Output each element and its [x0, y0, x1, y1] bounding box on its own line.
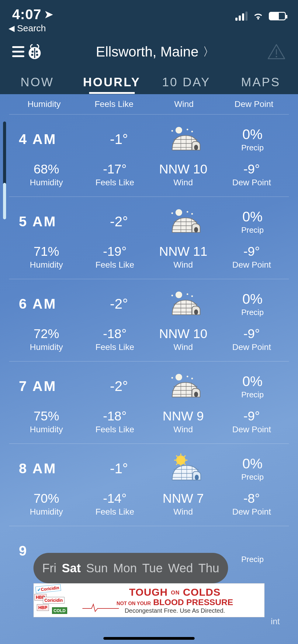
hour-humidity: 71%Humidity [12, 244, 81, 270]
home-indicator[interactable] [103, 637, 195, 640]
hour-time: 4 AM [12, 131, 86, 147]
hour-time: 5 AM [12, 213, 86, 230]
hour-dew-point: -9°Dew Point [217, 327, 286, 352]
view-tabs: NOW HOURLY 10 DAY MAPS [0, 70, 298, 94]
hour-dew-point: -9°Dew Point [217, 244, 286, 270]
hour-humidity: 72%Humidity [12, 327, 81, 352]
hour-wind: NNW 11Wind [149, 244, 217, 270]
tab-hourly[interactable]: HOURLY [74, 75, 149, 89]
hour-time: 6 AM [12, 296, 86, 312]
day-tue[interactable]: Tue [142, 561, 163, 575]
ad-product-image: ✔Coricidin HBP Coricidin HBP COLD [34, 584, 85, 617]
hour-feels-like: -17°Feels Like [81, 162, 149, 187]
hour-dew-point: -9°Dew Point [217, 162, 286, 187]
hourly-list[interactable]: 4 AM-1°0%Precip68%Humidity-17°Feels Like… [0, 114, 298, 593]
tab-maps[interactable]: MAPS [224, 75, 298, 89]
hour-wind: NNW 10Wind [149, 327, 217, 352]
hour-humidity: 68%Humidity [12, 162, 81, 187]
hour-dew-point: -9°Dew Point [217, 409, 286, 434]
hour-precip: 0%Precip [219, 208, 286, 235]
weather-icon [152, 205, 219, 238]
status-bar: 4:07 ➤ ◀ Search [0, 0, 298, 33]
column-sublabels: Humidity Feels Like Wind Dew Point [0, 94, 298, 114]
back-to-search[interactable]: ◀ Search [9, 23, 46, 33]
hour-humidity: 75%Humidity [12, 409, 81, 434]
hour-wind: NNW 7Wind [149, 491, 217, 517]
day-fri[interactable]: Fri [42, 561, 57, 575]
hour-precip: 0%Precip [219, 455, 286, 482]
battery-icon [269, 12, 286, 20]
svg-point-32 [31, 54, 33, 56]
hour-time: 7 AM [12, 378, 86, 394]
alert-icon[interactable] [267, 43, 286, 60]
hour-feels-like: -19°Feels Like [81, 244, 149, 270]
hour-precip: 0%Precip [219, 291, 286, 317]
svg-point-30 [32, 51, 34, 53]
weatherbug-logo-icon [26, 43, 43, 60]
status-time: 4:07 ➤ [12, 6, 53, 22]
chevron-right-icon: 〉 [203, 44, 214, 60]
tab-now[interactable]: NOW [0, 75, 74, 89]
hour-feels-like: -18°Feels Like [81, 409, 149, 434]
day-mon[interactable]: Mon [113, 561, 137, 575]
ad-banner[interactable]: ✔Coricidin HBP Coricidin HBP COLD TOUGH … [33, 583, 265, 617]
day-sat[interactable]: Sat [62, 561, 81, 575]
hour-feels-like: -18°Feels Like [81, 327, 149, 352]
hour-time: 8 AM [12, 460, 86, 477]
weather-icon [152, 122, 219, 156]
hour-temp: -1° [86, 131, 153, 147]
hour-row[interactable]: 4 AM-1°0%Precip68%Humidity-17°Feels Like… [9, 114, 289, 197]
hour-humidity: 70%Humidity [12, 491, 81, 517]
day-thu[interactable]: Thu [198, 561, 219, 575]
ekg-icon [82, 603, 119, 612]
hour-temp: -2° [86, 378, 153, 394]
weather-icon [152, 452, 219, 485]
weather-icon [152, 287, 219, 320]
scroll-thumb[interactable] [3, 183, 6, 219]
hour-temp: -1° [86, 460, 153, 477]
hour-row[interactable]: 6 AM-2°0%Precip72%Humidity-18°Feels Like… [9, 279, 289, 361]
obscured-bottom-labels: int [18, 617, 280, 626]
back-chevron-icon: ◀ [9, 24, 15, 33]
hour-temp: -2° [86, 296, 153, 312]
hour-precip: 0%Precip [219, 538, 286, 564]
hour-row[interactable]: 8 AM-1°0%Precip70%Humidity-14°Feels Like… [9, 444, 289, 526]
hour-row[interactable]: 7 AM-2°0%Precip75%Humidity-18°Feels Like… [9, 361, 289, 444]
day-wed[interactable]: Wed [168, 561, 193, 575]
hour-precip: 0%Precip [219, 373, 286, 399]
hour-feels-like: -14°Feels Like [81, 491, 149, 517]
location-selector[interactable]: Ellsworth, Maine 〉 [96, 43, 214, 60]
hour-wind: NNW 10Wind [149, 162, 217, 187]
weather-icon [152, 369, 219, 403]
day-selector-pill: Fri Sat Sun Mon Tue Wed Thu [33, 553, 228, 583]
svg-point-33 [36, 54, 38, 56]
svg-point-35 [276, 56, 277, 57]
hamburger-icon [12, 46, 24, 57]
hour-wind: NNW 9Wind [149, 409, 217, 434]
svg-point-31 [36, 51, 38, 53]
tab-10day[interactable]: 10 DAY [149, 75, 224, 89]
menu-button[interactable] [12, 43, 43, 60]
hour-dew-point: -8°Dew Point [217, 491, 286, 517]
wifi-icon [253, 11, 263, 21]
location-services-icon: ➤ [44, 8, 53, 20]
day-sun[interactable]: Sun [86, 561, 108, 575]
cell-signal-icon [235, 12, 248, 21]
location-name: Ellsworth, Maine [96, 43, 198, 60]
hour-row[interactable]: 5 AM-2°0%Precip71%Humidity-19°Feels Like… [9, 197, 289, 279]
hour-temp: -2° [86, 213, 153, 230]
hour-precip: 0%Precip [219, 126, 286, 152]
